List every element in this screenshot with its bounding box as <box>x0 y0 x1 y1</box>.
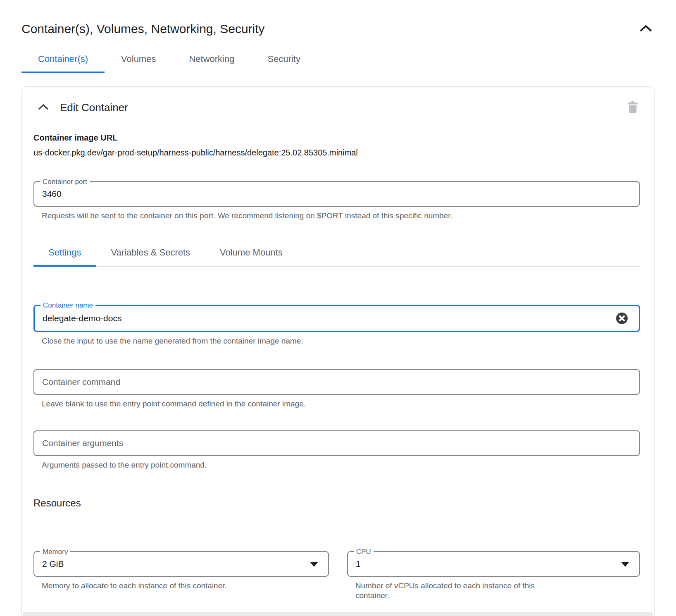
memory-label: Memory <box>40 548 70 556</box>
chevron-up-icon <box>639 24 653 34</box>
section-divider <box>23 612 653 616</box>
container-port-input[interactable] <box>34 182 639 206</box>
edit-container-header: Edit Container <box>33 99 640 116</box>
tab-volumes[interactable]: Volumes <box>105 48 172 73</box>
container-name-helper: Close the input to use the name generate… <box>42 336 640 346</box>
x-circle-icon <box>616 320 628 326</box>
memory-helper: Memory to allocate to each instance of t… <box>42 581 329 591</box>
container-name-field: Container name <box>33 305 640 332</box>
clear-name-button[interactable] <box>616 312 628 325</box>
trash-icon <box>627 100 638 115</box>
edit-container-card: Edit Container Container image URL us-do… <box>21 86 655 616</box>
caret-down-icon <box>310 562 318 567</box>
container-arguments-helper: Arguments passed to the entry point comm… <box>42 460 640 470</box>
panel-header: Container(s), Volumes, Networking, Secur… <box>21 21 655 37</box>
container-command-field <box>33 369 640 395</box>
tab-volume-mounts[interactable]: Volume Mounts <box>205 241 298 266</box>
container-detail-tabs: Settings Variables & Secrets Volume Moun… <box>33 241 640 267</box>
section-collapse-button[interactable] <box>36 102 51 114</box>
resources-row: Memory 2 GiB Memory to allocate to each … <box>33 551 640 601</box>
memory-column: Memory 2 GiB Memory to allocate to each … <box>33 551 329 601</box>
container-command-input[interactable] <box>34 370 639 394</box>
memory-select[interactable]: Memory 2 GiB <box>33 551 329 577</box>
tab-variables-secrets[interactable]: Variables & Secrets <box>96 241 205 266</box>
tab-networking[interactable]: Networking <box>172 48 251 73</box>
container-arguments-field <box>33 430 640 456</box>
container-port-field: Container port <box>33 181 640 207</box>
caret-down-icon <box>621 562 629 567</box>
cpu-column: CPU 1 Number of vCPUs allocated to each … <box>347 551 640 601</box>
cpu-helper: Number of vCPUs allocated to each instan… <box>355 581 570 601</box>
tab-containers[interactable]: Container(s) <box>21 48 105 73</box>
resources-section-title: Resources <box>33 497 640 510</box>
container-port-helper: Requests will be sent to the container o… <box>42 211 640 221</box>
cpu-selected-value: 1 <box>348 552 639 576</box>
page-title: Container(s), Volumes, Networking, Secur… <box>21 21 265 37</box>
container-name-input[interactable] <box>35 306 639 331</box>
tab-settings[interactable]: Settings <box>33 241 96 266</box>
edit-container-title: Edit Container <box>60 101 626 114</box>
cpu-select[interactable]: CPU 1 <box>347 551 640 577</box>
container-name-label: Container name <box>40 301 95 309</box>
container-image-url-label: Container image URL <box>33 132 640 143</box>
cpu-label: CPU <box>354 548 374 556</box>
panel-tabs: Container(s) Volumes Networking Security <box>21 48 655 73</box>
container-port-label: Container port <box>40 178 90 186</box>
memory-selected-value: 2 GiB <box>34 552 328 576</box>
chevron-up-icon <box>38 103 49 112</box>
delete-container-button[interactable] <box>626 99 640 117</box>
container-command-helper: Leave blank to use the entry point comma… <box>42 399 640 409</box>
tab-security[interactable]: Security <box>251 48 317 73</box>
container-image-url-value: us-docker.pkg.dev/gar-prod-setup/harness… <box>33 147 640 158</box>
panel-collapse-button[interactable] <box>637 22 655 36</box>
container-config-panel: Container(s), Volumes, Networking, Secur… <box>0 0 676 616</box>
container-arguments-input[interactable] <box>34 431 639 455</box>
